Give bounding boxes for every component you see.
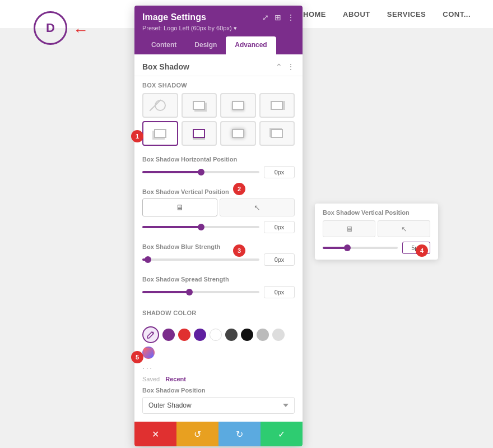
spread-input[interactable] — [264, 286, 295, 298]
shadow-option-2[interactable] — [220, 93, 256, 118]
nav-item-services[interactable]: SERVICES — [387, 10, 426, 19]
action-bar: ✕ ↺ ↻ ✓ — [134, 422, 303, 446]
shadow-box-5-icon — [193, 129, 205, 138]
panel-title: Image Settings — [142, 12, 206, 22]
nav-item-home[interactable]: HOME — [303, 10, 326, 19]
vertical-slider-track[interactable] — [142, 226, 259, 228]
shadow-option-5[interactable] — [182, 121, 217, 146]
spread-slider-row — [142, 286, 295, 298]
more-colors-dots[interactable]: ··· — [134, 362, 303, 376]
swatch-gradient[interactable] — [142, 347, 155, 359]
swatch-very-light-gray[interactable] — [272, 329, 285, 341]
panel-preset[interactable]: Preset: Logo Left (60px by 60px) ▾ — [142, 25, 295, 32]
vertical-label: Box Shadow Vertical Position — [142, 188, 295, 195]
swatch-purple[interactable] — [162, 329, 175, 341]
position-label: Box Shadow Position — [142, 387, 295, 394]
reset-button[interactable]: ↺ — [176, 422, 218, 446]
spread-slider-track[interactable] — [142, 291, 259, 293]
vertical-slider-row — [142, 221, 295, 233]
vertical-icon-row: 🖥 ↖ — [142, 198, 295, 216]
blur-label: Box Shadow Blur Strength — [142, 243, 295, 250]
cancel-button[interactable]: ✕ — [134, 422, 176, 446]
shadow-option-none[interactable] — [142, 93, 178, 118]
recent-label[interactable]: Recent — [165, 376, 186, 382]
badge-5: 5 — [131, 351, 143, 363]
horizontal-slider-row — [142, 166, 295, 178]
right-slider-row — [323, 242, 430, 254]
settings-panel: Image Settings ⤢ ⊞ ⋮ Preset: Logo Left (… — [134, 6, 303, 446]
tab-content[interactable]: Content — [142, 36, 185, 54]
position-field: Box Shadow Position Outer Shadow Inner S… — [134, 387, 303, 422]
section-title: Box Shadow — [142, 62, 189, 71]
tab-design[interactable]: Design — [185, 36, 226, 54]
horizontal-input[interactable] — [264, 166, 295, 178]
redo-button[interactable]: ↻ — [218, 422, 261, 446]
panel-header: Image Settings ⤢ ⊞ ⋮ Preset: Logo Left (… — [134, 6, 303, 54]
shadow-color-field: Shadow Color — [134, 304, 303, 326]
color-row — [134, 326, 303, 362]
swatch-white[interactable] — [210, 329, 222, 341]
shadow-option-6[interactable] — [220, 121, 256, 146]
shadow-grid — [142, 93, 295, 146]
blur-slider-row — [142, 253, 295, 266]
shadow-box-2-icon — [232, 101, 244, 110]
box-shadow-options: Box Shadow — [134, 76, 303, 151]
shadow-box-4-icon — [154, 129, 166, 138]
swatch-black[interactable] — [241, 329, 253, 341]
shadow-box-1-icon — [193, 101, 205, 110]
tab-advanced[interactable]: Advanced — [226, 36, 276, 54]
horizontal-position-field: Box Shadow Horizontal Position — [134, 151, 303, 184]
right-panel-title: Box Shadow Vertical Position — [323, 209, 430, 216]
position-select[interactable]: Outer Shadow Inner Shadow — [142, 397, 295, 414]
panel-tabs: Content Design Advanced — [142, 36, 295, 54]
section-header: Box Shadow ⌃ ⋮ — [134, 54, 303, 76]
shadow-option-1[interactable] — [182, 93, 217, 118]
section-more-icon[interactable]: ⋮ — [287, 62, 295, 71]
collapse-icon[interactable]: ⌃ — [276, 62, 282, 71]
color-label: Shadow Color — [142, 310, 295, 316]
badge-2: 2 — [233, 183, 245, 195]
more-icon[interactable]: ⋮ — [287, 13, 295, 22]
shadow-option-4[interactable] — [142, 121, 178, 146]
blur-slider-track[interactable] — [142, 258, 259, 261]
divi-logo[interactable]: D — [34, 11, 67, 45]
spread-label: Box Shadow Spread Strength — [142, 276, 295, 283]
save-button[interactable]: ✓ — [261, 422, 303, 446]
columns-icon[interactable]: ⊞ — [275, 13, 281, 22]
spread-strength-field: Box Shadow Spread Strength — [134, 271, 303, 304]
shadow-box-7-icon — [271, 129, 283, 138]
nav-item-about[interactable]: ABOUT — [343, 10, 370, 19]
blur-input[interactable] — [264, 253, 295, 266]
badge-4: 4 — [416, 244, 428, 257]
right-monitor-icon-btn[interactable]: 🖥 — [323, 220, 375, 237]
vertical-input[interactable] — [264, 221, 295, 233]
horizontal-slider-track[interactable] — [142, 171, 259, 173]
color-picker-button[interactable] — [142, 326, 159, 343]
svg-point-0 — [152, 332, 154, 334]
horizontal-label: Box Shadow Horizontal Position — [142, 156, 295, 163]
swatch-red[interactable] — [178, 329, 190, 341]
badge-1: 1 — [131, 130, 143, 142]
shadow-box-3-icon — [271, 101, 283, 110]
cursor-icon-btn[interactable]: ↖ — [220, 198, 295, 216]
panel-body: Box Shadow ⌃ ⋮ Box Shadow — [134, 54, 303, 446]
right-slider-track[interactable] — [323, 247, 398, 249]
shadow-box-6-icon — [232, 129, 244, 138]
badge-3: 3 — [233, 244, 245, 257]
shadow-option-3[interactable] — [259, 93, 295, 118]
swatch-dark-purple[interactable] — [194, 329, 206, 341]
swatch-dark-gray[interactable] — [225, 329, 238, 341]
section-controls: ⌃ ⋮ — [276, 62, 295, 71]
panel-header-icons: ⤢ ⊞ ⋮ — [262, 13, 295, 22]
saved-label: Saved — [142, 376, 160, 382]
monitor-icon-btn[interactable]: 🖥 — [142, 198, 217, 216]
shadow-none-icon — [155, 100, 166, 111]
color-saved-recent: Saved Recent — [134, 376, 303, 387]
vertical-position-field: Box Shadow Vertical Position 🖥 ↖ — [134, 184, 303, 239]
swatch-light-gray[interactable] — [257, 329, 269, 341]
shadow-option-7[interactable] — [259, 121, 295, 146]
nav-item-contact[interactable]: CONT... — [443, 10, 471, 19]
blur-strength-field: Box Shadow Blur Strength — [134, 239, 303, 271]
right-cursor-icon-btn[interactable]: ↖ — [378, 220, 430, 237]
fullscreen-icon[interactable]: ⤢ — [262, 13, 269, 22]
